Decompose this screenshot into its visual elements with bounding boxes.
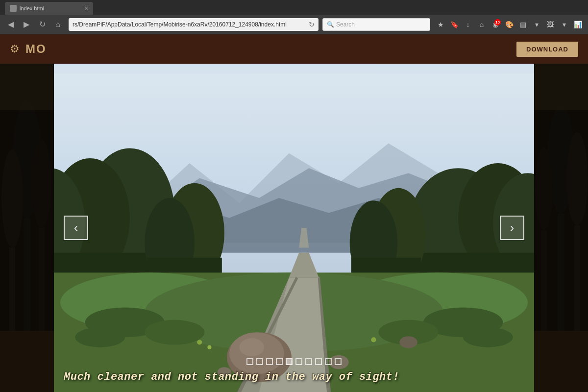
svg-point-60 bbox=[371, 337, 376, 342]
svg-point-54 bbox=[239, 338, 264, 356]
svg-point-58 bbox=[197, 340, 202, 344]
reload-button[interactable]: ↻ bbox=[35, 18, 49, 31]
app-header: ⚙ MO DOWNLOAD bbox=[0, 34, 588, 64]
slide-dot-1[interactable] bbox=[246, 358, 253, 365]
image-btn[interactable]: 🖼 bbox=[544, 18, 557, 31]
notification-badge: 10 bbox=[494, 19, 501, 25]
next-slide-button[interactable]: › bbox=[500, 216, 524, 240]
slide-dot-10[interactable] bbox=[335, 358, 342, 365]
svg-point-12 bbox=[535, 147, 553, 230]
main-content: ‹ › Much cleaner and not standing in bbox=[0, 64, 588, 392]
tab-bar: index.html × bbox=[0, 0, 588, 15]
browser-tab[interactable]: index.html × bbox=[5, 2, 93, 15]
svg-rect-61 bbox=[54, 64, 534, 74]
slide-dots bbox=[246, 358, 342, 365]
slide-dot-7[interactable] bbox=[305, 358, 312, 365]
slide-dot-2[interactable] bbox=[256, 358, 263, 365]
download-button[interactable]: DOWNLOAD bbox=[516, 42, 578, 57]
svg-point-14 bbox=[566, 132, 588, 225]
image-chevron-btn[interactable]: ▾ bbox=[558, 18, 570, 31]
slide-dot-9[interactable] bbox=[325, 358, 332, 365]
slide-dot-8[interactable] bbox=[315, 358, 322, 365]
app-container: ⚙ MO DOWNLOAD bbox=[0, 34, 588, 392]
tab-label: index.html bbox=[20, 5, 44, 11]
bookmark-btn[interactable]: 🔖 bbox=[448, 18, 461, 31]
home-icon-btn[interactable]: ⌂ bbox=[475, 18, 488, 31]
reload-icon: ↻ bbox=[309, 21, 315, 28]
svg-point-3 bbox=[1, 149, 23, 247]
address-text: rs/DreamPiF/AppData/Local/Temp/Mobirise-… bbox=[73, 21, 306, 28]
address-bar[interactable]: rs/DreamPiF/AppData/Local/Temp/Mobirise-… bbox=[69, 18, 318, 31]
search-bar[interactable]: 🔍 Search bbox=[322, 18, 430, 31]
right-scene bbox=[534, 64, 588, 392]
search-placeholder: Search bbox=[336, 21, 355, 28]
stats-btn[interactable]: 📊 bbox=[571, 18, 584, 31]
svg-point-57 bbox=[399, 336, 417, 348]
svg-point-59 bbox=[207, 345, 211, 349]
svg-rect-17 bbox=[534, 64, 588, 110]
svg-rect-7 bbox=[0, 331, 54, 392]
settings-gear-icon: ⚙ bbox=[10, 43, 20, 55]
slide-dot-4[interactable] bbox=[276, 358, 283, 365]
bookmark-star-btn[interactable]: ★ bbox=[434, 18, 447, 31]
toolbar-icons: ★ 🔖 ↓ ⌂ ◉ 10 🎨 ▤ ▾ 🖼 ▾ 📊 bbox=[434, 18, 584, 31]
slider-container: ‹ › Much cleaner and not standing in bbox=[54, 64, 534, 392]
slide-caption: Much cleaner and not standing in the way… bbox=[54, 367, 534, 387]
download-btn[interactable]: ↓ bbox=[462, 18, 474, 31]
next-arrow-icon: › bbox=[510, 221, 514, 235]
back-button[interactable]: ◀ bbox=[4, 18, 18, 31]
app-logo: MO bbox=[25, 42, 47, 56]
svg-point-41 bbox=[145, 320, 204, 345]
side-panel-left bbox=[0, 64, 54, 392]
slide-dot-5[interactable] bbox=[286, 358, 293, 365]
slide-dot-3[interactable] bbox=[266, 358, 273, 365]
chevron-down-btn[interactable]: ▾ bbox=[530, 18, 543, 31]
palette-btn[interactable]: 🎨 bbox=[503, 18, 515, 31]
forward-button[interactable]: ▶ bbox=[20, 18, 33, 31]
caption-text: Much cleaner and not standing in the way… bbox=[64, 371, 399, 383]
svg-rect-8 bbox=[0, 64, 54, 110]
slide-dot-6[interactable] bbox=[295, 358, 302, 365]
svg-point-42 bbox=[75, 327, 125, 347]
tab-close-btn[interactable]: × bbox=[85, 5, 88, 12]
menu-btn[interactable]: ▤ bbox=[516, 18, 529, 31]
tab-favicon bbox=[10, 5, 17, 12]
svg-rect-16 bbox=[534, 331, 588, 392]
home-button[interactable]: ⌂ bbox=[51, 18, 65, 31]
browser-toolbar: ◀ ▶ ↻ ⌂ rs/DreamPiF/AppData/Local/Temp/M… bbox=[0, 15, 588, 34]
left-scene bbox=[0, 64, 54, 392]
search-icon: 🔍 bbox=[327, 21, 334, 28]
svg-point-5 bbox=[32, 140, 51, 228]
firefox-btn[interactable]: ◉ 10 bbox=[489, 18, 502, 31]
side-panel-right bbox=[534, 64, 588, 392]
svg-point-45 bbox=[463, 327, 513, 347]
browser-chrome: index.html × ◀ ▶ ↻ ⌂ rs/DreamPiF/AppData… bbox=[0, 0, 588, 34]
prev-arrow-icon: ‹ bbox=[74, 221, 78, 235]
prev-slide-button[interactable]: ‹ bbox=[64, 216, 88, 240]
slide-image bbox=[54, 64, 534, 392]
